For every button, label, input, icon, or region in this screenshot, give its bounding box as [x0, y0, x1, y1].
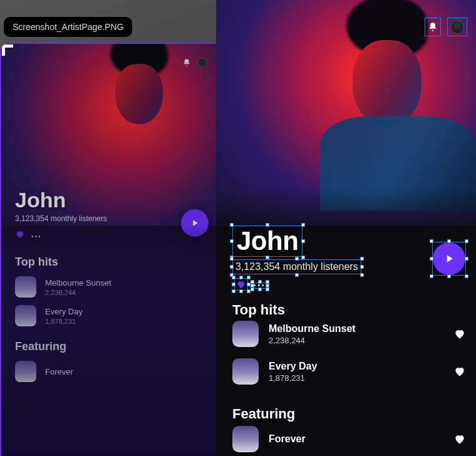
track-row[interactable]: Melbourne Sunset 2,238,244	[232, 321, 466, 347]
selection-box[interactable]: •••	[253, 282, 267, 289]
more-options-icon[interactable]: •••	[254, 283, 266, 288]
favorite-heart-icon[interactable]	[453, 433, 466, 445]
track-artwork	[232, 426, 259, 452]
favorite-heart-icon[interactable]	[453, 365, 466, 378]
track-title: Forever	[269, 433, 443, 445]
notification-bell-icon[interactable]	[425, 18, 441, 36]
track-row[interactable]: Every Day 1,878,231	[232, 358, 466, 385]
filename-chip: Screenshot_ArtistPage.PNG	[4, 17, 132, 37]
track-row[interactable]: Forever	[232, 426, 466, 452]
track-title: Melbourne Sunset	[269, 323, 443, 334]
favorite-heart-icon[interactable]	[453, 328, 466, 340]
selection-box[interactable]: 3,123,354 monthly listeners	[232, 259, 361, 274]
avatar[interactable]	[447, 18, 467, 36]
background-phone-preview: John 3,123,354 monthly listeners ••• Top…	[0, 43, 216, 456]
track-title: Every Day	[269, 361, 443, 372]
selection-box[interactable]: John	[232, 225, 303, 257]
section-title-top-hits: Top hits	[232, 302, 285, 318]
track-artwork	[232, 358, 259, 385]
monthly-listeners-label: 3,123,354 monthly listeners	[233, 260, 361, 274]
track-artwork	[232, 321, 259, 347]
favorite-heart-icon[interactable]	[235, 279, 247, 290]
artist-name: John	[233, 226, 302, 256]
selection-box[interactable]	[234, 278, 248, 291]
track-plays: 2,238,244	[269, 336, 443, 345]
selection-box[interactable]	[432, 242, 466, 276]
foreground-phone-preview: John 3,123,354 monthly listeners	[216, 0, 476, 456]
track-plays: 1,878,231	[269, 373, 443, 383]
crop-corner-handle[interactable]	[2, 44, 13, 56]
section-title-featuring: Featuring	[232, 406, 295, 422]
play-button[interactable]	[433, 242, 465, 275]
